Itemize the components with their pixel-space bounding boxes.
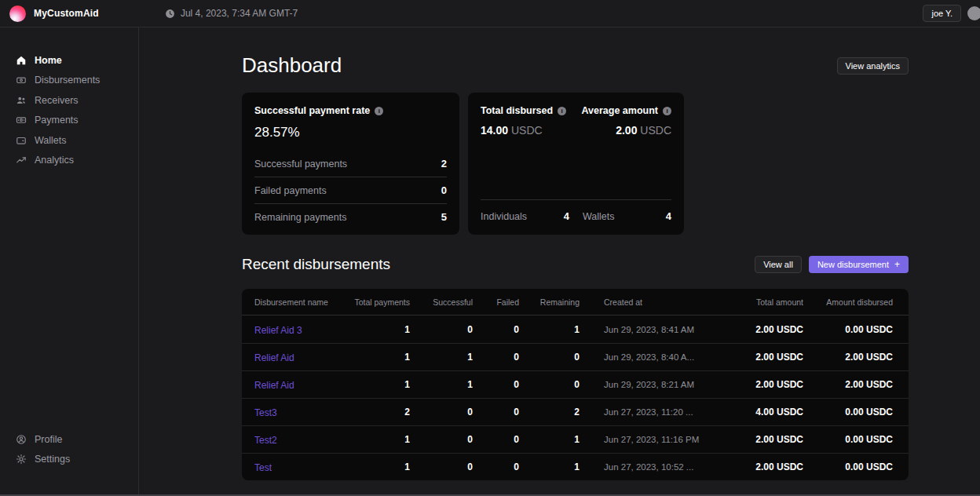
disbursements-table: Disbursement name Total payments Success… — [242, 289, 909, 480]
user-menu-button[interactable]: joe Y. — [923, 5, 961, 22]
home-icon — [16, 55, 27, 66]
successful-cell: 1 — [410, 352, 473, 363]
sidebar-item-disbursements[interactable]: Disbursements — [0, 71, 138, 91]
disbursement-icon — [16, 75, 27, 86]
disbursement-name-link[interactable]: Relief Aid 3 — [254, 325, 302, 336]
remaining-cell: 0 — [519, 352, 580, 363]
disbursement-name-link[interactable]: Test3 — [254, 407, 277, 418]
sidebar-item-receivers[interactable]: Receivers — [0, 90, 138, 111]
sidebar-item-label: Receivers — [35, 95, 79, 106]
total-disbursed-unit: USDC — [511, 124, 543, 137]
successful-cell: 0 — [410, 461, 473, 472]
new-disbursement-label: New disbursement — [817, 260, 889, 269]
disbursement-name-link[interactable]: Test — [254, 462, 272, 473]
remaining-cell: 0 — [519, 379, 580, 390]
disbursement-name-link[interactable]: Relief Aid — [254, 380, 294, 391]
table-row: Relief Aid 1 1 0 0 Jun 29, 2023, 8:21 AM… — [242, 370, 909, 398]
created-at-cell: Jun 27, 2023, 11:20 ... — [580, 407, 737, 417]
failed-cell: 0 — [473, 407, 519, 418]
payment-stats: Successful payments 2 Failed payments 0 … — [254, 151, 447, 230]
view-all-button[interactable]: View all — [755, 256, 802, 273]
stat-value: 2 — [441, 158, 447, 170]
total-payments-cell: 1 — [328, 324, 410, 335]
total-payments-cell: 1 — [328, 379, 410, 390]
sidebar-item-payments[interactable]: Payments — [0, 111, 138, 131]
info-icon[interactable]: i — [663, 107, 671, 115]
main-area: Dashboard View analytics Successful paym… — [140, 27, 980, 496]
col-header-remaining: Remaining — [519, 297, 580, 307]
datetime-label: Jul 4, 2023, 7:34 AM GMT-7 — [181, 8, 298, 19]
total-amount-cell: 2.00 USDC — [737, 352, 803, 363]
sidebar-item-analytics[interactable]: Analytics — [0, 151, 138, 171]
info-icon[interactable]: i — [558, 107, 566, 115]
stat-row-remaining: Remaining payments 5 — [254, 203, 447, 230]
created-at-cell: Jun 29, 2023, 8:21 AM — [580, 380, 737, 389]
sidebar-item-label: Profile — [35, 434, 62, 445]
sidebar-item-home[interactable]: Home — [0, 50, 138, 71]
session-datetime: Jul 4, 2023, 7:34 AM GMT-7 — [165, 8, 298, 19]
remaining-cell: 1 — [519, 461, 580, 472]
amount-disbursed-cell: 0.00 USDC — [803, 407, 893, 418]
sidebar-item-label: Wallets — [35, 135, 67, 146]
average-amount-title: Average amount — [582, 105, 658, 116]
total-disbursed-card: Total disbursed i 14.00 USDC Average amo… — [468, 93, 684, 235]
summary-cards: Successful payment rate i 28.57% Success… — [242, 93, 909, 235]
failed-cell: 0 — [473, 352, 519, 363]
total-amount-cell: 2.00 USDC — [737, 379, 803, 390]
total-amount-cell: 2.00 USDC — [737, 324, 803, 335]
brand-name: MyCustomAid — [34, 8, 99, 19]
total-payments-cell: 2 — [328, 407, 410, 418]
new-disbursement-button[interactable]: New disbursement + — [809, 256, 909, 273]
created-at-cell: Jun 27, 2023, 11:16 PM — [580, 435, 737, 444]
remaining-cell: 1 — [519, 324, 580, 335]
topbar-right-group: joe Y. — [923, 5, 971, 22]
sidebar-item-profile[interactable]: Profile — [0, 429, 138, 450]
disbursement-name-link[interactable]: Test2 — [254, 435, 277, 446]
successful-cell: 1 — [410, 379, 473, 390]
stat-value: 4 — [564, 210, 569, 222]
created-at-cell: Jun 29, 2023, 8:41 AM — [580, 325, 737, 334]
stat-value: 0 — [441, 184, 447, 196]
col-header-total-payments: Total payments — [328, 297, 410, 307]
table-row: Relief Aid 3 1 0 0 1 Jun 29, 2023, 8:41 … — [242, 315, 909, 343]
stat-label: Individuals — [481, 211, 527, 222]
wallet-icon — [16, 135, 27, 146]
amount-disbursed-cell: 2.00 USDC — [803, 379, 893, 390]
stat-label: Successful payments — [254, 159, 347, 170]
failed-cell: 0 — [473, 379, 519, 390]
stat-row-failed: Failed payments 0 — [254, 177, 447, 203]
payment-rate-value: 28.57% — [254, 125, 447, 140]
sidebar-item-settings[interactable]: Settings — [0, 450, 138, 470]
payment-rate-card: Successful payment rate i 28.57% Success… — [242, 93, 459, 235]
plus-icon: + — [894, 260, 900, 269]
average-amount-unit: USDC — [640, 124, 671, 137]
sidebar-item-wallets[interactable]: Wallets — [0, 130, 138, 151]
disbursement-name-link[interactable]: Relief Aid — [254, 352, 294, 363]
sidebar-item-label: Settings — [35, 454, 70, 465]
stat-row-successful: Successful payments 2 — [254, 151, 447, 177]
avatar[interactable] — [967, 6, 980, 20]
col-header-total-amount: Total amount — [737, 297, 803, 307]
amount-disbursed-cell: 0.00 USDC — [803, 461, 893, 472]
people-icon — [16, 95, 27, 106]
failed-cell: 0 — [473, 461, 519, 472]
total-disbursed-title: Total disbursed — [481, 105, 553, 116]
view-analytics-button[interactable]: View analytics — [837, 57, 909, 75]
stat-label: Failed payments — [254, 185, 327, 196]
remaining-cell: 2 — [519, 407, 580, 418]
total-payments-cell: 1 — [328, 461, 410, 472]
stat-label: Remaining payments — [254, 212, 346, 223]
total-amount-cell: 2.00 USDC — [737, 434, 803, 445]
app-logo — [9, 5, 26, 22]
sidebar-item-label: Analytics — [35, 155, 74, 166]
remaining-cell: 1 — [519, 434, 580, 445]
total-amount-cell: 2.00 USDC — [737, 461, 803, 472]
payment-rate-title: Successful payment rate — [254, 105, 370, 116]
table-row: Relief Aid 1 1 0 0 Jun 29, 2023, 8:40 A.… — [242, 343, 909, 370]
table-row: Test3 2 0 0 2 Jun 27, 2023, 11:20 ... 4.… — [242, 398, 909, 425]
col-header-created-at: Created at — [580, 297, 737, 307]
individuals-stat: Individuals 4 — [481, 210, 569, 222]
gear-icon — [16, 454, 27, 465]
sidebar-item-label: Disbursements — [35, 75, 100, 86]
info-icon[interactable]: i — [375, 107, 383, 115]
